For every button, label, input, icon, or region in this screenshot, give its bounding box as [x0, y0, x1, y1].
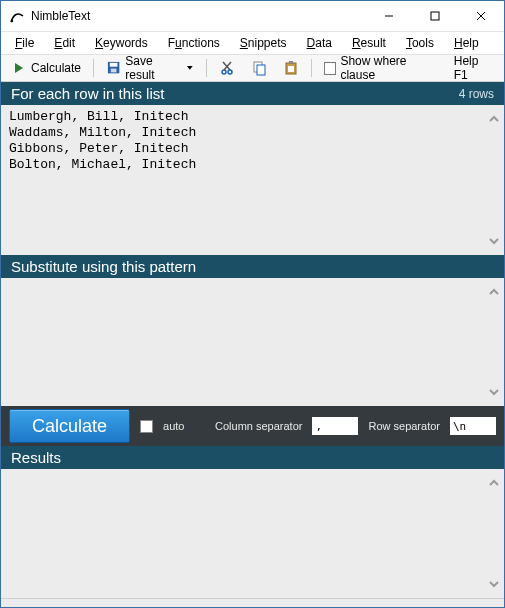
rowsep-label: Row separator — [368, 420, 440, 432]
svg-rect-2 — [431, 12, 439, 20]
pattern-textarea[interactable] — [1, 278, 504, 286]
separator — [206, 59, 207, 77]
menu-keywords[interactable]: Keywords — [87, 34, 156, 52]
pattern-pane — [1, 278, 504, 406]
svg-rect-17 — [289, 61, 293, 64]
calculate-label: Calculate — [31, 61, 81, 75]
svg-point-11 — [228, 70, 232, 74]
menu-edit[interactable]: Edit — [46, 34, 83, 52]
calculate-bar: Calculate auto Column separator Row sepa… — [1, 406, 504, 446]
input-section-title: For each row in this list — [11, 85, 164, 102]
checkbox-icon — [324, 62, 337, 75]
paste-icon — [283, 60, 299, 76]
svg-line-13 — [223, 62, 230, 70]
menu-tools[interactable]: Tools — [398, 34, 442, 52]
scroll-up-icon[interactable] — [486, 111, 502, 127]
row-count: 4 rows — [459, 87, 494, 101]
pattern-section-title: Substitute using this pattern — [11, 258, 196, 275]
scroll-up-icon[interactable] — [486, 284, 502, 300]
colsep-label: Column separator — [215, 420, 302, 432]
save-result-label: Save result — [125, 54, 182, 82]
maximize-button[interactable] — [412, 1, 458, 31]
dropdown-icon[interactable] — [186, 60, 194, 76]
calculate-main-button[interactable]: Calculate — [9, 409, 130, 443]
separator — [311, 59, 312, 77]
minimize-button[interactable] — [366, 1, 412, 31]
svg-marker-9 — [187, 66, 193, 70]
input-pane: Lumbergh, Bill, Initech Waddams, Milton,… — [1, 105, 504, 255]
menu-functions[interactable]: Functions — [160, 34, 228, 52]
separator — [93, 59, 94, 77]
svg-rect-8 — [111, 69, 117, 73]
app-icon — [9, 8, 25, 24]
results-section-title: Results — [11, 449, 61, 466]
paste-button[interactable] — [277, 58, 305, 78]
window-title: NimbleText — [31, 9, 90, 23]
cut-icon — [219, 60, 235, 76]
app-window: NimbleText File Edit Keywords Functions … — [0, 0, 505, 608]
calculate-main-label: Calculate — [32, 416, 107, 437]
close-button[interactable] — [458, 1, 504, 31]
svg-line-12 — [224, 62, 231, 70]
input-section-header: For each row in this list 4 rows — [1, 82, 504, 105]
menu-file[interactable]: File — [7, 34, 42, 52]
input-textarea[interactable]: Lumbergh, Bill, Initech Waddams, Milton,… — [1, 105, 504, 177]
colsep-input[interactable] — [312, 417, 358, 435]
svg-rect-15 — [257, 65, 265, 75]
save-icon — [106, 60, 121, 76]
menu-snippets[interactable]: Snippets — [232, 34, 295, 52]
copy-button[interactable] — [245, 58, 273, 78]
menu-help[interactable]: Help — [446, 34, 487, 52]
results-section-header: Results — [1, 446, 504, 469]
show-where-clause-toggle[interactable]: Show where clause — [318, 52, 446, 84]
menu-result[interactable]: Result — [344, 34, 394, 52]
help-hint: Help F1 — [454, 54, 500, 82]
play-icon — [11, 60, 27, 76]
calculate-button[interactable]: Calculate — [5, 58, 87, 78]
auto-label: auto — [163, 420, 184, 432]
svg-point-10 — [222, 70, 226, 74]
scroll-down-icon[interactable] — [486, 576, 502, 592]
copy-icon — [251, 60, 267, 76]
svg-rect-7 — [110, 63, 118, 67]
rowsep-input[interactable] — [450, 417, 496, 435]
menu-bar: File Edit Keywords Functions Snippets Da… — [1, 32, 504, 54]
pattern-section-header: Substitute using this pattern — [1, 255, 504, 278]
auto-checkbox[interactable] — [140, 420, 153, 433]
cut-button[interactable] — [213, 58, 241, 78]
svg-point-0 — [11, 20, 13, 22]
show-where-clause-label: Show where clause — [340, 54, 439, 82]
results-pane — [1, 469, 504, 598]
scroll-up-icon[interactable] — [486, 475, 502, 491]
scroll-down-icon[interactable] — [486, 384, 502, 400]
menu-data[interactable]: Data — [299, 34, 340, 52]
title-bar: NimbleText — [1, 1, 504, 32]
status-bar — [1, 598, 504, 607]
svg-marker-5 — [15, 63, 23, 73]
tool-bar: Calculate Save result Show where clause … — [1, 54, 504, 82]
save-result-button[interactable]: Save result — [100, 52, 200, 84]
results-textarea[interactable] — [1, 469, 504, 477]
svg-rect-18 — [288, 66, 294, 72]
scroll-down-icon[interactable] — [486, 233, 502, 249]
